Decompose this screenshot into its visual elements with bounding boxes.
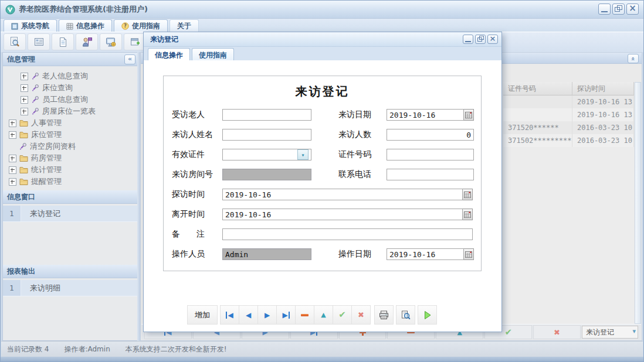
- remark-input[interactable]: [222, 228, 473, 240]
- visit-date-calendar-button[interactable]: [464, 109, 474, 121]
- window-selector-dropdown[interactable]: 来访登记 ▾: [582, 326, 638, 339]
- table-row[interactable]: 2019-10-16 13:33: [503, 95, 634, 108]
- previous-record-button[interactable]: ◀: [239, 305, 258, 325]
- form-row: 操作人员 Admin 操作日期 2019-10-16: [172, 248, 473, 261]
- monitor-button[interactable]: [100, 33, 122, 50]
- tree-item-hr-management[interactable]: 人事管理: [3, 117, 138, 129]
- dialog-maximize-icon[interactable]: [475, 35, 486, 44]
- tree-item-pharmacy-management[interactable]: 药房管理: [3, 152, 138, 164]
- query-icon: [31, 107, 39, 115]
- remark-label: 备 注: [172, 229, 222, 240]
- visited-elder-input[interactable]: [222, 109, 311, 121]
- restore-icon[interactable]: [612, 4, 625, 15]
- tree-item-elder-info-query[interactable]: 老人信息查询: [3, 70, 138, 82]
- collapse-left-icon[interactable]: «: [124, 54, 135, 64]
- cell-visit-time: 2016-03-23 10:30: [572, 121, 634, 134]
- tree-item-staff-info-query[interactable]: 员工信息查询: [3, 94, 138, 105]
- next-record-button[interactable]: ▶: [257, 305, 277, 325]
- panel-title: 信息管理: [7, 54, 35, 64]
- tree-item-statistics-management[interactable]: 统计管理: [3, 164, 138, 176]
- last-record-button[interactable]: ▶: [276, 305, 296, 325]
- expand-icon[interactable]: [21, 108, 28, 115]
- visitor-registration-dialog: 来访登记 信息操作 使用指南 来访登记 受访老人 来访日期: [143, 32, 502, 332]
- tree-item-bed-management[interactable]: 床位管理: [3, 129, 138, 141]
- expand-icon[interactable]: [9, 166, 16, 174]
- cell-visit-time: 2019-10-16 13:33: [572, 95, 634, 108]
- visitor-name-input[interactable]: [222, 129, 311, 141]
- expand-icon[interactable]: [9, 131, 16, 139]
- dialog-minimize-icon[interactable]: [463, 35, 473, 44]
- phone-input[interactable]: [387, 169, 474, 180]
- tree-item-label: 人事管理: [31, 118, 62, 128]
- preview-button[interactable]: [396, 305, 415, 325]
- dialog-tab-info-operation[interactable]: 信息操作: [148, 48, 190, 62]
- list-item-visitor-registration[interactable]: 1 来访登记: [3, 206, 138, 222]
- edit-record-button[interactable]: ▲: [314, 305, 333, 325]
- visit-time-input[interactable]: 2019-10-16: [222, 189, 463, 200]
- query-icon: [31, 84, 39, 92]
- dialog-tab-user-guide[interactable]: 使用指南: [192, 48, 234, 62]
- visit-date-input[interactable]: 2019-10-16: [387, 109, 464, 121]
- add-button[interactable]: 增加: [187, 305, 218, 325]
- tree-item-bed-query[interactable]: 床位查询: [3, 82, 138, 94]
- visitor-name-label: 来访人姓名: [172, 129, 222, 140]
- select-chevron-icon[interactable]: ▾: [297, 149, 309, 160]
- tree-item-reminder-management[interactable]: 提醒管理: [3, 176, 138, 187]
- app-logo-icon: [5, 5, 15, 15]
- visitor-count-label: 来访人数: [338, 129, 387, 140]
- report-form-button[interactable]: [28, 33, 50, 50]
- tab-user-guide[interactable]: ? 使用指南: [114, 19, 168, 32]
- check-icon: ✔: [338, 310, 346, 319]
- tree-item-label: 老人信息查询: [42, 71, 88, 81]
- room-number-label: 来访房间号: [172, 169, 222, 180]
- dialog-close-icon[interactable]: [487, 35, 498, 44]
- expand-icon[interactable]: [21, 96, 28, 104]
- visit-time-calendar-button[interactable]: [463, 189, 473, 200]
- id-number-label: 证件号码: [338, 149, 387, 160]
- collapse-up-icon[interactable]: «: [628, 54, 639, 63]
- records-table: 证件号码 探访时间 2019-10-16 13:33 2019-10-16 13…: [503, 82, 634, 324]
- delete-record-button[interactable]: [295, 305, 314, 325]
- calendar-icon: [464, 191, 471, 198]
- run-button[interactable]: [418, 305, 437, 325]
- id-number-input[interactable]: [387, 149, 474, 160]
- expand-icon[interactable]: [21, 84, 28, 92]
- tab-info-operation[interactable]: 信息操作: [59, 19, 112, 32]
- expand-icon[interactable]: [21, 73, 28, 80]
- save-button[interactable]: ✔: [333, 305, 352, 325]
- cross-icon: ✖: [358, 311, 364, 319]
- tree-item-room-bed-list[interactable]: 房屋床位一览表: [3, 105, 138, 117]
- id-type-select[interactable]: ▾: [222, 149, 311, 160]
- cancel-button[interactable]: ✖: [351, 305, 371, 325]
- expand-icon[interactable]: [9, 119, 16, 127]
- column-header-id-number[interactable]: 证件号码: [503, 82, 572, 95]
- visitor-count-input[interactable]: 0: [387, 129, 474, 141]
- sidebar: 信息管理 « 老人信息查询 床位查询 员工信息查询 房屋床位一: [2, 52, 138, 341]
- tab-system-nav[interactable]: 系统导航: [4, 19, 57, 32]
- search-document-button[interactable]: [4, 33, 26, 50]
- table-row[interactable]: 371520****** 2016-03-23 10:30: [503, 121, 634, 134]
- close-icon[interactable]: [626, 4, 639, 15]
- expand-icon[interactable]: [9, 155, 16, 162]
- tab-about[interactable]: 关于: [170, 19, 199, 32]
- dialog-titlebar[interactable]: 来访登记: [144, 32, 501, 47]
- cancel-button[interactable]: ✖: [533, 325, 581, 339]
- document-button[interactable]: [52, 33, 74, 50]
- table-row[interactable]: 371502********* 2016-03-23 10:29: [503, 134, 634, 147]
- print-button[interactable]: [374, 305, 394, 325]
- column-header-visit-time[interactable]: 探访时间: [572, 82, 634, 95]
- vertical-scrollbar[interactable]: [635, 82, 641, 324]
- check-icon: ✔: [504, 328, 512, 337]
- leave-time-input[interactable]: 2019-10-16: [222, 209, 463, 220]
- minimize-icon[interactable]: [598, 4, 611, 15]
- staff-button[interactable]: [76, 33, 98, 50]
- table-row[interactable]: 2019-10-16 13:33: [503, 108, 634, 121]
- leave-time-calendar-button[interactable]: [463, 209, 473, 220]
- list-item-visit-detail[interactable]: 1 来访明细: [3, 280, 138, 296]
- tree-item-clear-room-data[interactable]: 清空房间资料: [3, 141, 138, 152]
- operate-date-calendar-button[interactable]: [464, 248, 474, 260]
- folder-icon: [19, 131, 28, 139]
- expand-icon[interactable]: [9, 178, 16, 186]
- operate-date-input[interactable]: 2019-10-16: [387, 248, 464, 260]
- first-record-button[interactable]: ◀: [220, 305, 239, 325]
